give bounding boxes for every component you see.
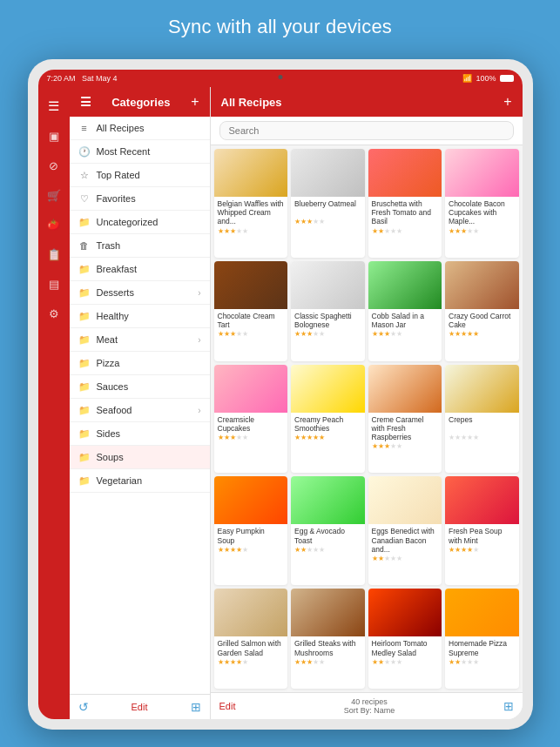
- recipes-grid-icon[interactable]: ⊞: [503, 699, 514, 713]
- sidebar-item-most-recent[interactable]: 🕐 Most Recent: [70, 140, 210, 164]
- recipe-stars: ★★★★★: [449, 330, 516, 338]
- sync-icon[interactable]: ↺: [78, 700, 89, 714]
- sync-header: Sync with all your devices: [0, 0, 560, 50]
- recipe-card[interactable]: Grilled Salmon with Garden Salad★★★★★: [214, 589, 288, 689]
- recipe-card[interactable]: Chocolate Bacon Cupcakes with Maple...★★…: [445, 149, 519, 258]
- film-icon[interactable]: ▤: [45, 275, 63, 293]
- sidebar-item-meat[interactable]: 📁 Meat ›: [70, 328, 210, 352]
- sidebar-item-uncategorized[interactable]: 📁 Uncategorized: [70, 211, 210, 234]
- cart-icon[interactable]: 🛒: [45, 186, 63, 204]
- chevron-right-icon: ›: [198, 335, 200, 345]
- recipe-thumbnail: [445, 261, 519, 309]
- hamburger-icon[interactable]: ☰: [45, 98, 63, 115]
- recipe-thumbnail: [445, 365, 519, 413]
- tomato-icon[interactable]: 🍅: [45, 216, 63, 233]
- recipe-thumbnail: [368, 261, 442, 309]
- gear-icon[interactable]: ⚙: [45, 305, 63, 322]
- recipe-card[interactable]: Crepes★★★★★: [445, 365, 519, 474]
- recipe-thumbnail: [368, 149, 442, 197]
- recipes-count-label: 40 recipes: [235, 697, 503, 706]
- blocked-icon[interactable]: ⊘: [45, 157, 63, 174]
- menu-icon-btn[interactable]: ☰: [80, 95, 91, 109]
- sidebar-item-top-rated[interactable]: ☆ Top Rated: [70, 164, 210, 187]
- sidebar-item-seafood[interactable]: 📁 Seafood ›: [70, 399, 210, 422]
- recipe-thumbnail: [214, 149, 288, 197]
- recipe-stars: ★★★★★: [294, 658, 361, 666]
- recipes-panel: All Recipes + Belgian Waffles with Whipp…: [211, 87, 523, 719]
- sidebar-item-sides[interactable]: 📁 Sides: [70, 422, 210, 446]
- tablet-screen: 7:20 AM Sat May 4 📶 100% ☰ ▣ ⊘ 🛒 🍅 📋 ▤: [38, 70, 523, 719]
- recipe-card[interactable]: Egg & Avocado Toast★★★★★: [291, 476, 365, 585]
- recipes-edit-button[interactable]: Edit: [219, 701, 236, 711]
- wifi-icon: 📶: [462, 74, 472, 83]
- recipe-card[interactable]: Grilled Steaks with Mushrooms★★★★★: [291, 589, 365, 689]
- category-label: Favorites: [97, 193, 201, 204]
- category-label: Healthy: [97, 311, 201, 321]
- star-icon: ☆: [78, 169, 91, 181]
- category-bottom-bar: ↺ Edit ⊞: [70, 694, 210, 719]
- recipe-card[interactable]: Eggs Benedict with Canadian Bacon and...…: [368, 476, 442, 585]
- recipe-box-icon[interactable]: ▣: [45, 127, 63, 145]
- recipes-grid: Belgian Waffles with Whipped Cream and..…: [211, 145, 523, 692]
- recipe-card[interactable]: Creme Caramel with Fresh Raspberries★★★★…: [368, 365, 442, 474]
- category-label: Vegetarian: [97, 475, 201, 486]
- search-bar: [211, 117, 523, 145]
- recipes-panel-header: All Recipes +: [211, 87, 523, 117]
- sidebar-item-favorites[interactable]: ♡ Favorites: [70, 187, 210, 211]
- recipe-thumbnail: [291, 365, 365, 413]
- recipe-card[interactable]: Creamsicle Cupcakes★★★★★: [214, 365, 288, 474]
- category-label: Most Recent: [97, 146, 201, 157]
- recipe-card[interactable]: Chocolate Cream Tart★★★★★: [214, 261, 288, 361]
- category-label: Sides: [97, 428, 201, 439]
- category-label: Meat: [97, 334, 192, 345]
- recipes-count: 40 recipes Sort By: Name: [235, 697, 503, 715]
- recipe-name: Eggs Benedict with Canadian Bacon and...: [372, 527, 439, 554]
- category-panel-title: Categories: [111, 96, 170, 109]
- sidebar-item-breakfast[interactable]: 📁 Breakfast: [70, 258, 210, 281]
- recipe-name: Grilled Salmon with Garden Salad: [218, 639, 285, 656]
- search-input[interactable]: [219, 121, 514, 140]
- recipe-card[interactable]: Crazy Good Carrot Cake★★★★★: [445, 261, 519, 361]
- recipe-stars: ★★★★★: [449, 658, 516, 666]
- sidebar-item-all-recipes[interactable]: ≡ All Recipes: [70, 117, 210, 140]
- book-icon[interactable]: 📋: [45, 246, 63, 263]
- category-label: Desserts: [97, 287, 192, 298]
- sidebar-item-healthy[interactable]: 📁 Healthy: [70, 305, 210, 328]
- category-edit-button[interactable]: Edit: [132, 702, 148, 712]
- sidebar-item-soups[interactable]: 📁 Soups: [70, 446, 210, 469]
- folder-icon: 📁: [78, 286, 91, 299]
- category-add-button[interactable]: +: [191, 94, 199, 110]
- sidebar-item-vegetarian[interactable]: 📁 Vegetarian: [70, 469, 210, 493]
- recipe-card[interactable]: Heirloom Tomato Medley Salad★★★★★: [368, 589, 442, 689]
- category-label: Seafood: [97, 405, 192, 415]
- folder-icon: 📁: [78, 404, 91, 416]
- recipe-stars: ★★★★★: [218, 658, 285, 666]
- recipe-thumbnail: [291, 476, 365, 524]
- recipe-card[interactable]: Fresh Pea Soup with Mint★★★★★: [445, 476, 519, 585]
- recipe-card[interactable]: Creamy Peach Smoothies★★★★★: [291, 365, 365, 474]
- recipe-name: Homemade Pizza Supreme: [449, 639, 516, 656]
- list-icon: ≡: [78, 122, 91, 134]
- sidebar-item-desserts[interactable]: 📁 Desserts ›: [70, 281, 210, 305]
- recipe-card[interactable]: Easy Pumpkin Soup★★★★★: [214, 476, 288, 585]
- category-list: ≡ All Recipes 🕐 Most Recent ☆ Top Rated …: [70, 117, 210, 694]
- sidebar-item-pizza[interactable]: 📁 Pizza: [70, 352, 210, 375]
- recipe-thumbnail: [214, 589, 288, 636]
- grid-view-icon[interactable]: ⊞: [191, 700, 201, 714]
- recipe-thumbnail: [214, 476, 288, 524]
- recipe-card[interactable]: Belgian Waffles with Whipped Cream and..…: [214, 149, 288, 258]
- category-label: Soups: [97, 452, 201, 462]
- recipe-name: Belgian Waffles with Whipped Cream and..…: [218, 199, 285, 226]
- chevron-right-icon: ›: [198, 406, 200, 415]
- recipe-card[interactable]: Blueberry Oatmeal★★★★★: [291, 149, 365, 258]
- recipes-add-button[interactable]: +: [503, 94, 511, 110]
- recipe-card[interactable]: Classic Spaghetti Bolognese★★★★★: [291, 261, 365, 361]
- recipe-card[interactable]: Bruschetta with Fresh Tomato and Basil★★…: [368, 149, 442, 258]
- battery-percent: 100%: [476, 74, 496, 83]
- recipe-card[interactable]: Homemade Pizza Supreme★★★★★: [445, 589, 519, 689]
- recipe-card[interactable]: Cobb Salad in a Mason Jar★★★★★: [368, 261, 442, 361]
- sidebar-item-trash[interactable]: 🗑 Trash: [70, 234, 210, 258]
- recipe-stars: ★★★★★: [372, 442, 439, 450]
- recipe-stars: ★★★★★: [294, 330, 361, 338]
- sidebar-item-sauces[interactable]: 📁 Sauces: [70, 375, 210, 399]
